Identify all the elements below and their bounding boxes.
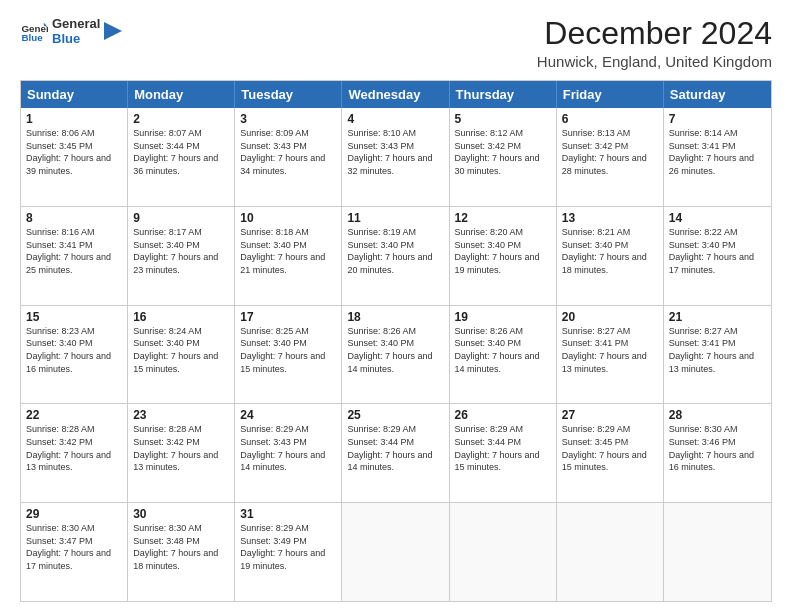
day-number: 11 [347, 211, 443, 225]
logo-blue: Blue [52, 31, 100, 46]
logo: General Blue General Blue [20, 16, 122, 46]
calendar-header: Sunday Monday Tuesday Wednesday Thursday… [21, 81, 771, 108]
empty-cell [450, 503, 557, 601]
day-cell-1: 1 Sunrise: 8:06 AM Sunset: 3:45 PM Dayli… [21, 108, 128, 206]
day-info: Sunrise: 8:14 AM Sunset: 3:41 PM Dayligh… [669, 127, 766, 177]
day-number: 27 [562, 408, 658, 422]
day-cell-18: 18 Sunrise: 8:26 AM Sunset: 3:40 PM Dayl… [342, 306, 449, 404]
day-cell-13: 13 Sunrise: 8:21 AM Sunset: 3:40 PM Dayl… [557, 207, 664, 305]
day-cell-9: 9 Sunrise: 8:17 AM Sunset: 3:40 PM Dayli… [128, 207, 235, 305]
day-info: Sunrise: 8:30 AM Sunset: 3:48 PM Dayligh… [133, 522, 229, 572]
day-number: 17 [240, 310, 336, 324]
calendar-body: 1 Sunrise: 8:06 AM Sunset: 3:45 PM Dayli… [21, 108, 771, 601]
day-info: Sunrise: 8:20 AM Sunset: 3:40 PM Dayligh… [455, 226, 551, 276]
day-info: Sunrise: 8:12 AM Sunset: 3:42 PM Dayligh… [455, 127, 551, 177]
day-info: Sunrise: 8:28 AM Sunset: 3:42 PM Dayligh… [26, 423, 122, 473]
day-info: Sunrise: 8:30 AM Sunset: 3:47 PM Dayligh… [26, 522, 122, 572]
day-info: Sunrise: 8:16 AM Sunset: 3:41 PM Dayligh… [26, 226, 122, 276]
day-cell-10: 10 Sunrise: 8:18 AM Sunset: 3:40 PM Dayl… [235, 207, 342, 305]
header: General Blue General Blue December 2024 … [20, 16, 772, 70]
day-number: 16 [133, 310, 229, 324]
day-number: 15 [26, 310, 122, 324]
page: General Blue General Blue December 2024 … [0, 0, 792, 612]
day-info: Sunrise: 8:21 AM Sunset: 3:40 PM Dayligh… [562, 226, 658, 276]
day-cell-27: 27 Sunrise: 8:29 AM Sunset: 3:45 PM Dayl… [557, 404, 664, 502]
day-info: Sunrise: 8:26 AM Sunset: 3:40 PM Dayligh… [455, 325, 551, 375]
location: Hunwick, England, United Kingdom [537, 53, 772, 70]
day-info: Sunrise: 8:26 AM Sunset: 3:40 PM Dayligh… [347, 325, 443, 375]
day-info: Sunrise: 8:25 AM Sunset: 3:40 PM Dayligh… [240, 325, 336, 375]
day-info: Sunrise: 8:06 AM Sunset: 3:45 PM Dayligh… [26, 127, 122, 177]
day-number: 28 [669, 408, 766, 422]
day-info: Sunrise: 8:19 AM Sunset: 3:40 PM Dayligh… [347, 226, 443, 276]
day-number: 2 [133, 112, 229, 126]
day-number: 4 [347, 112, 443, 126]
day-info: Sunrise: 8:29 AM Sunset: 3:44 PM Dayligh… [347, 423, 443, 473]
day-number: 26 [455, 408, 551, 422]
day-info: Sunrise: 8:22 AM Sunset: 3:40 PM Dayligh… [669, 226, 766, 276]
day-info: Sunrise: 8:29 AM Sunset: 3:45 PM Dayligh… [562, 423, 658, 473]
day-number: 22 [26, 408, 122, 422]
day-cell-11: 11 Sunrise: 8:19 AM Sunset: 3:40 PM Dayl… [342, 207, 449, 305]
day-info: Sunrise: 8:27 AM Sunset: 3:41 PM Dayligh… [669, 325, 766, 375]
day-number: 23 [133, 408, 229, 422]
day-cell-8: 8 Sunrise: 8:16 AM Sunset: 3:41 PM Dayli… [21, 207, 128, 305]
empty-cell [342, 503, 449, 601]
day-cell-20: 20 Sunrise: 8:27 AM Sunset: 3:41 PM Dayl… [557, 306, 664, 404]
day-info: Sunrise: 8:28 AM Sunset: 3:42 PM Dayligh… [133, 423, 229, 473]
day-cell-31: 31 Sunrise: 8:29 AM Sunset: 3:49 PM Dayl… [235, 503, 342, 601]
day-info: Sunrise: 8:24 AM Sunset: 3:40 PM Dayligh… [133, 325, 229, 375]
day-cell-29: 29 Sunrise: 8:30 AM Sunset: 3:47 PM Dayl… [21, 503, 128, 601]
day-number: 31 [240, 507, 336, 521]
calendar-row-5: 29 Sunrise: 8:30 AM Sunset: 3:47 PM Dayl… [21, 502, 771, 601]
day-number: 6 [562, 112, 658, 126]
calendar-row-3: 15 Sunrise: 8:23 AM Sunset: 3:40 PM Dayl… [21, 305, 771, 404]
month-title: December 2024 [537, 16, 772, 51]
day-cell-4: 4 Sunrise: 8:10 AM Sunset: 3:43 PM Dayli… [342, 108, 449, 206]
day-cell-16: 16 Sunrise: 8:24 AM Sunset: 3:40 PM Dayl… [128, 306, 235, 404]
day-number: 19 [455, 310, 551, 324]
day-cell-12: 12 Sunrise: 8:20 AM Sunset: 3:40 PM Dayl… [450, 207, 557, 305]
day-cell-5: 5 Sunrise: 8:12 AM Sunset: 3:42 PM Dayli… [450, 108, 557, 206]
day-cell-21: 21 Sunrise: 8:27 AM Sunset: 3:41 PM Dayl… [664, 306, 771, 404]
day-number: 9 [133, 211, 229, 225]
day-number: 20 [562, 310, 658, 324]
weekday-tuesday: Tuesday [235, 81, 342, 108]
day-cell-6: 6 Sunrise: 8:13 AM Sunset: 3:42 PM Dayli… [557, 108, 664, 206]
title-block: December 2024 Hunwick, England, United K… [537, 16, 772, 70]
logo-general: General [52, 16, 100, 31]
day-info: Sunrise: 8:17 AM Sunset: 3:40 PM Dayligh… [133, 226, 229, 276]
day-cell-23: 23 Sunrise: 8:28 AM Sunset: 3:42 PM Dayl… [128, 404, 235, 502]
day-number: 18 [347, 310, 443, 324]
weekday-monday: Monday [128, 81, 235, 108]
empty-cell [557, 503, 664, 601]
day-info: Sunrise: 8:18 AM Sunset: 3:40 PM Dayligh… [240, 226, 336, 276]
logo-icon: General Blue [20, 17, 48, 45]
day-number: 12 [455, 211, 551, 225]
weekday-saturday: Saturday [664, 81, 771, 108]
day-number: 3 [240, 112, 336, 126]
day-info: Sunrise: 8:29 AM Sunset: 3:49 PM Dayligh… [240, 522, 336, 572]
day-number: 30 [133, 507, 229, 521]
day-info: Sunrise: 8:13 AM Sunset: 3:42 PM Dayligh… [562, 127, 658, 177]
day-number: 24 [240, 408, 336, 422]
day-cell-26: 26 Sunrise: 8:29 AM Sunset: 3:44 PM Dayl… [450, 404, 557, 502]
day-cell-14: 14 Sunrise: 8:22 AM Sunset: 3:40 PM Dayl… [664, 207, 771, 305]
day-info: Sunrise: 8:09 AM Sunset: 3:43 PM Dayligh… [240, 127, 336, 177]
day-number: 29 [26, 507, 122, 521]
calendar-row-2: 8 Sunrise: 8:16 AM Sunset: 3:41 PM Dayli… [21, 206, 771, 305]
day-info: Sunrise: 8:29 AM Sunset: 3:43 PM Dayligh… [240, 423, 336, 473]
day-cell-7: 7 Sunrise: 8:14 AM Sunset: 3:41 PM Dayli… [664, 108, 771, 206]
day-cell-22: 22 Sunrise: 8:28 AM Sunset: 3:42 PM Dayl… [21, 404, 128, 502]
day-cell-3: 3 Sunrise: 8:09 AM Sunset: 3:43 PM Dayli… [235, 108, 342, 206]
day-cell-28: 28 Sunrise: 8:30 AM Sunset: 3:46 PM Dayl… [664, 404, 771, 502]
day-cell-24: 24 Sunrise: 8:29 AM Sunset: 3:43 PM Dayl… [235, 404, 342, 502]
day-info: Sunrise: 8:07 AM Sunset: 3:44 PM Dayligh… [133, 127, 229, 177]
day-cell-17: 17 Sunrise: 8:25 AM Sunset: 3:40 PM Dayl… [235, 306, 342, 404]
day-cell-15: 15 Sunrise: 8:23 AM Sunset: 3:40 PM Dayl… [21, 306, 128, 404]
calendar-row-1: 1 Sunrise: 8:06 AM Sunset: 3:45 PM Dayli… [21, 108, 771, 206]
day-number: 10 [240, 211, 336, 225]
day-number: 21 [669, 310, 766, 324]
day-info: Sunrise: 8:10 AM Sunset: 3:43 PM Dayligh… [347, 127, 443, 177]
day-info: Sunrise: 8:29 AM Sunset: 3:44 PM Dayligh… [455, 423, 551, 473]
